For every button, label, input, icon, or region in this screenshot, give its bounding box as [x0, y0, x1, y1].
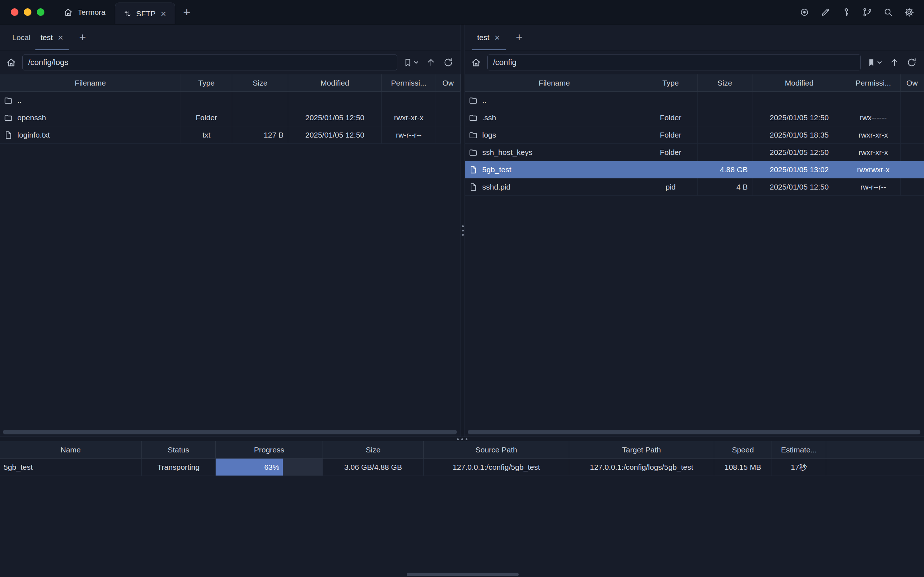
- column-header-type[interactable]: Type: [181, 74, 232, 92]
- branch-icon[interactable]: [862, 7, 873, 18]
- file-row[interactable]: 5gb_test 4.88 GB 2025/01/05 13:02 rwxrwx…: [465, 161, 924, 178]
- file-modified: 2025/01/05 12:50: [288, 126, 382, 144]
- column-header-progress[interactable]: Progress: [216, 441, 323, 459]
- transfer-estimate: 17秒: [772, 459, 826, 476]
- bookmark-button[interactable]: [403, 58, 419, 67]
- file-row[interactable]: loginfo.txt txt 127 B 2025/01/05 12:50 r…: [0, 126, 461, 144]
- right-file-table-header: Filename Type Size Modified Permissi... …: [465, 74, 924, 92]
- column-header-type[interactable]: Type: [644, 74, 698, 92]
- column-header-size[interactable]: Size: [232, 74, 288, 92]
- column-header-owner[interactable]: Ow: [900, 74, 924, 92]
- file-row[interactable]: ..: [465, 92, 924, 109]
- file-owner: [436, 126, 461, 144]
- file-row[interactable]: ..: [0, 92, 461, 109]
- transfer-name: 5gb_test: [0, 459, 142, 476]
- column-header-target-path[interactable]: Target Path: [569, 441, 714, 459]
- left-new-tab-button[interactable]: +: [73, 24, 92, 50]
- column-header-estimate[interactable]: Estimate...: [772, 441, 826, 459]
- column-header-modified[interactable]: Modified: [752, 74, 847, 92]
- chevron-down-icon: [414, 60, 419, 65]
- refresh-icon[interactable]: [443, 57, 453, 68]
- parent-directory-icon[interactable]: [889, 57, 900, 68]
- parent-directory-icon[interactable]: [426, 57, 436, 68]
- file-permissions: [382, 92, 436, 109]
- refresh-icon[interactable]: [907, 57, 917, 68]
- column-header-permissions[interactable]: Permissi...: [382, 74, 436, 92]
- file-icon: [3, 131, 13, 140]
- tab-test-right[interactable]: test ×: [472, 24, 506, 50]
- folder-icon: [469, 96, 478, 105]
- tab-local[interactable]: Local: [7, 24, 35, 50]
- transfer-progress-bar: 63%: [216, 459, 323, 476]
- file-row[interactable]: sshd.pid pid 4 B 2025/01/05 12:50 rw-r--…: [465, 178, 924, 196]
- right-path-input[interactable]: [487, 55, 861, 71]
- record-icon[interactable]: [799, 7, 810, 18]
- column-header-permissions[interactable]: Permissi...: [847, 74, 900, 92]
- bookmark-button[interactable]: [867, 58, 882, 67]
- close-icon[interactable]: ×: [494, 33, 501, 42]
- filename: logs: [482, 131, 496, 139]
- column-header-filename[interactable]: Filename: [465, 74, 644, 92]
- column-header-size[interactable]: Size: [698, 74, 752, 92]
- transfer-table-header: Name Status Progress Size Source Path Ta…: [0, 441, 924, 459]
- right-new-tab-button[interactable]: +: [509, 24, 529, 50]
- horizontal-splitter[interactable]: [0, 437, 924, 441]
- settings-gear-icon[interactable]: [904, 7, 914, 18]
- zoom-window-button[interactable]: [37, 8, 44, 16]
- file-permissions: rwx------: [847, 109, 900, 126]
- tab-test-left-label: test: [40, 33, 53, 42]
- column-header-size[interactable]: Size: [323, 441, 424, 459]
- file-modified: 2025/01/05 12:50: [752, 109, 847, 126]
- transfer-row-filler: [826, 459, 924, 476]
- scrollbar-thumb[interactable]: [3, 430, 457, 434]
- transfer-row[interactable]: 5gb_test Transporting 63% 3.06 GB/4.88 G…: [0, 459, 924, 476]
- close-window-button[interactable]: [11, 8, 18, 16]
- key-icon[interactable]: [841, 7, 852, 18]
- column-header-source-path[interactable]: Source Path: [424, 441, 569, 459]
- new-tab-button[interactable]: +: [175, 0, 198, 24]
- search-icon[interactable]: [883, 7, 893, 18]
- file-size: 4.88 GB: [698, 161, 752, 178]
- file-modified: 2025/01/05 12:50: [288, 109, 382, 126]
- filename: sshd.pid: [482, 183, 510, 191]
- chevron-down-icon: [877, 60, 882, 65]
- scrollbar-thumb[interactable]: [468, 430, 921, 434]
- file-size: [232, 92, 288, 109]
- column-header-name[interactable]: Name: [0, 441, 142, 459]
- right-pane-tabs: test × +: [465, 24, 924, 50]
- file-permissions: rwxr-xr-x: [847, 126, 900, 144]
- edit-icon[interactable]: [820, 7, 831, 18]
- progress-fill: 63%: [216, 459, 283, 475]
- file-row[interactable]: logs Folder 2025/01/05 18:35 rwxr-xr-x: [465, 126, 924, 144]
- column-header-filename[interactable]: Filename: [0, 74, 181, 92]
- column-header-owner[interactable]: Ow: [436, 74, 461, 92]
- tab-termora[interactable]: Termora: [54, 0, 115, 24]
- file-row[interactable]: .ssh Folder 2025/01/05 12:50 rwx------: [465, 109, 924, 126]
- file-owner: [900, 109, 924, 126]
- tab-termora-label: Termora: [77, 8, 105, 17]
- tab-test-left[interactable]: test ×: [35, 24, 69, 50]
- folder-icon: [469, 131, 478, 140]
- left-file-table-header: Filename Type Size Modified Permissi... …: [0, 74, 461, 92]
- column-header-status[interactable]: Status: [142, 441, 216, 459]
- file-row[interactable]: openssh Folder 2025/01/05 12:50 rwxr-xr-…: [0, 109, 461, 126]
- bottom-scrollbar-thumb[interactable]: [407, 573, 519, 576]
- file-owner: [436, 109, 461, 126]
- tab-sftp[interactable]: SFTP ×: [115, 3, 175, 24]
- bookmark-filled-icon: [867, 58, 876, 67]
- close-icon[interactable]: ×: [160, 9, 167, 18]
- right-horizontal-scrollbar[interactable]: [468, 430, 921, 434]
- left-horizontal-scrollbar[interactable]: [3, 430, 457, 434]
- column-header-modified[interactable]: Modified: [288, 74, 382, 92]
- close-icon[interactable]: ×: [57, 33, 64, 42]
- home-icon[interactable]: [471, 57, 482, 68]
- vertical-splitter[interactable]: [461, 24, 465, 437]
- column-header-speed[interactable]: Speed: [714, 441, 772, 459]
- left-path-input[interactable]: [23, 55, 397, 71]
- home-icon[interactable]: [6, 57, 17, 68]
- minimize-window-button[interactable]: [24, 8, 31, 16]
- filename: openssh: [17, 113, 46, 122]
- transfer-status: Transporting: [142, 459, 216, 476]
- filename: ..: [482, 96, 487, 105]
- file-row[interactable]: ssh_host_keys Folder 2025/01/05 12:50 rw…: [465, 144, 924, 161]
